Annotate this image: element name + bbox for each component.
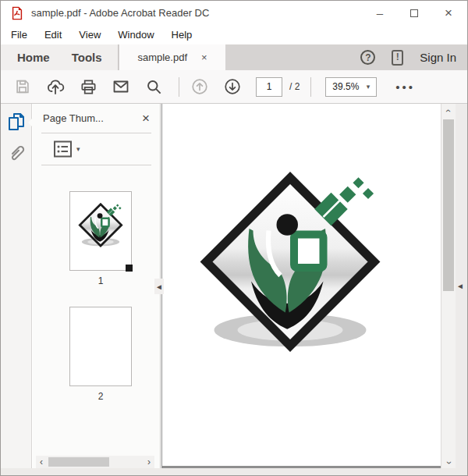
more-tools-button[interactable]: •••: [395, 80, 415, 94]
document-pane: ‹ ‹: [161, 104, 456, 470]
window-bottom-edge: [1, 468, 467, 475]
scroll-down-button[interactable]: ‹: [441, 456, 456, 469]
thumbnail-page-1[interactable]: [69, 191, 132, 271]
page-thumbnails-icon: [7, 112, 26, 132]
main-vertical-scrollbar[interactable]: ‹ ‹: [441, 104, 456, 470]
collapse-panel-handle[interactable]: ◄: [154, 279, 164, 294]
maximize-button[interactable]: [397, 1, 431, 25]
thumbnail-resize-handle[interactable]: [126, 265, 133, 272]
zoom-level-dropdown[interactable]: 39.5% ▾: [325, 77, 377, 97]
share-upload-button[interactable]: [46, 77, 65, 96]
scroll-up-button[interactable]: ‹: [441, 105, 456, 117]
menu-window[interactable]: Window: [118, 29, 154, 41]
title-bar: sample.pdf - Adobe Acrobat Reader DC – ×: [1, 1, 467, 25]
print-button[interactable]: [79, 77, 98, 96]
window-title: sample.pdf - Adobe Acrobat Reader DC: [31, 7, 209, 19]
scroll-up-icon: ‹: [443, 109, 454, 112]
search-icon: [145, 78, 163, 96]
tab-document[interactable]: sample.pdf ×: [119, 44, 225, 70]
page-logo-artwork: [193, 166, 388, 364]
panel-divider: [41, 165, 151, 165]
scrollbar-thumb[interactable]: [48, 457, 109, 467]
panel-title: Page Thum...: [43, 112, 142, 124]
tab-tools[interactable]: Tools: [72, 51, 102, 64]
arrow-up-circle-icon: [190, 77, 209, 96]
options-list-icon[interactable]: [53, 140, 73, 158]
maximize-icon: [410, 9, 418, 17]
help-icon[interactable]: ?: [360, 50, 375, 65]
scrollbar-thumb[interactable]: [443, 119, 454, 291]
window-controls: – ×: [363, 1, 466, 25]
document-tab-close-icon[interactable]: ×: [201, 52, 207, 63]
search-button[interactable]: [144, 77, 163, 96]
scroll-right-icon[interactable]: ›: [144, 456, 154, 468]
notifications-icon[interactable]: !: [392, 50, 403, 66]
chevron-down-icon[interactable]: ▾: [76, 145, 80, 153]
page-count-label: / 2: [289, 81, 300, 92]
active-panel-notch: [28, 118, 33, 127]
collapse-tools-pane-handle[interactable]: ◄: [456, 282, 464, 290]
toolbar: / 2 39.5% ▾ •••: [1, 70, 467, 104]
previous-page-button[interactable]: [190, 77, 209, 96]
menu-help[interactable]: Help: [172, 29, 193, 41]
toolbar-separator: [179, 77, 179, 97]
chevron-down-icon: ▾: [367, 83, 370, 91]
paperclip-icon: [7, 143, 26, 163]
panel-header: Page Thum... ×: [33, 104, 160, 133]
page-number-input[interactable]: [256, 77, 282, 97]
main-tabs: Home Tools: [1, 44, 119, 70]
tab-bar-right: ? ! Sign In: [360, 44, 456, 70]
next-page-button[interactable]: [223, 77, 242, 96]
email-button[interactable]: [112, 77, 130, 96]
menu-edit[interactable]: Edit: [44, 29, 62, 41]
scroll-left-icon[interactable]: ‹: [36, 456, 47, 468]
panel-close-icon[interactable]: ×: [142, 111, 150, 126]
toolbar-separator: [310, 77, 311, 97]
thumbnail-page-2[interactable]: [69, 307, 132, 386]
tab-bar: Home Tools sample.pdf × ? ! Sign In: [1, 44, 467, 70]
panel-horizontal-scrollbar[interactable]: ‹ ›: [36, 456, 154, 468]
envelope-icon: [112, 77, 130, 96]
page-thumbnails-tool-button[interactable]: [7, 112, 26, 132]
attachments-tool-button[interactable]: [7, 143, 26, 163]
page-thumbnails-panel: Page Thum... × ▾ 1 2 ‹: [33, 104, 161, 470]
sign-in-button[interactable]: Sign In: [420, 51, 456, 64]
menu-file[interactable]: File: [11, 29, 27, 41]
thumbnail-label-2: 2: [69, 391, 132, 402]
printer-icon: [80, 78, 98, 96]
minimize-button[interactable]: –: [363, 1, 397, 25]
pdf-page-1[interactable]: [162, 104, 442, 466]
collapse-left-icon: ◄: [155, 282, 163, 291]
adobe-pdf-file-icon: [10, 6, 24, 20]
page-1-logo-preview: [76, 201, 125, 250]
tutorials-logo: [193, 166, 388, 361]
right-pane-strip: ◄: [456, 104, 467, 470]
collapse-left-icon: ◄: [456, 282, 464, 290]
save-icon: [14, 78, 31, 95]
close-button[interactable]: ×: [431, 1, 466, 25]
arrow-down-circle-icon: [223, 77, 242, 96]
document-body: Page Thum... × ▾ 1 2 ‹: [1, 104, 467, 470]
menu-view[interactable]: View: [79, 29, 101, 41]
scroll-down-icon: ‹: [443, 461, 454, 464]
save-button[interactable]: [13, 77, 32, 96]
menu-bar: File Edit View Window Help: [1, 25, 467, 44]
document-tab-label: sample.pdf: [137, 52, 187, 63]
thumbnail-label-1: 1: [69, 275, 132, 286]
panel-options-row: ▾: [33, 133, 160, 165]
tab-home[interactable]: Home: [17, 51, 50, 64]
navigation-rail: [1, 104, 32, 470]
acrobat-window: sample.pdf - Adobe Acrobat Reader DC – ×…: [0, 0, 468, 476]
zoom-level-value: 39.5%: [332, 81, 359, 92]
cloud-upload-icon: [46, 77, 65, 96]
